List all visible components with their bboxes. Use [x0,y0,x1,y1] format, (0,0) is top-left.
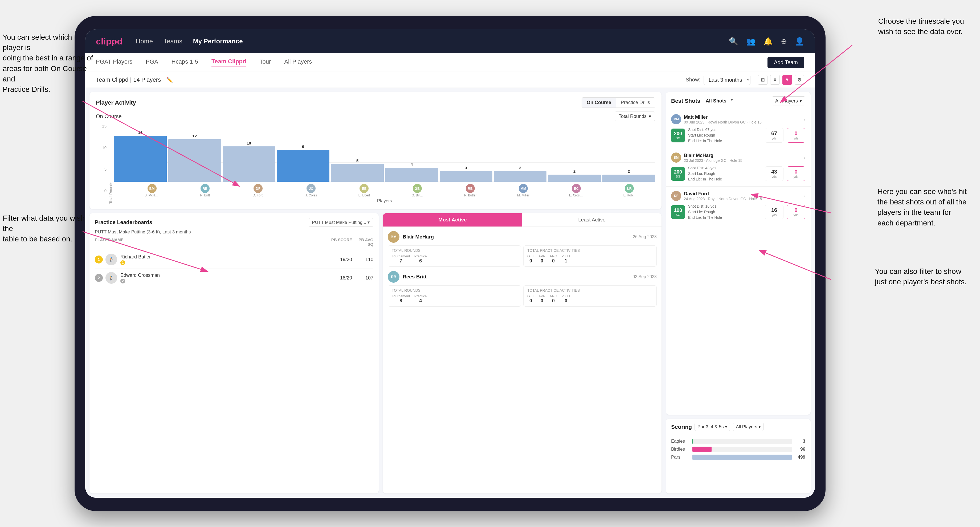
putt-value-1: 0 [562,298,570,304]
shot-stat1-unit-2: yds [772,213,777,217]
rank-badge-0: 1 [120,260,125,265]
sub-nav-tour[interactable]: Tour [259,58,271,67]
col-pb-score: PB SCORE [331,237,352,246]
heart-view-icon[interactable]: ♥ [783,75,792,85]
activity-stat-title-practice-0: Total Practice Activities [527,248,653,252]
search-icon[interactable]: 🔍 [729,37,738,46]
shot-start-lie-1: Start Lie: Rough [688,171,762,176]
practice-player-name-0: Richard Butler [120,254,331,260]
scoring-filter-players[interactable]: All Players ▾ [733,423,764,431]
practice-label-1: Practice [414,294,427,298]
col-player-name: PLAYER NAME [95,237,331,246]
tournament-label-1: Tournament [392,294,410,298]
practice-title: Practice Leaderboards [95,219,152,225]
bar-group-4: 5 [331,124,384,182]
nav-right: 🔍 👥 🔔 ⊕ 👤 [729,37,804,46]
total-rounds-filter[interactable]: Total Rounds ▾ [615,111,655,121]
practice-filter[interactable]: PUTT Must Make Putting... ▾ [309,218,374,227]
sub-nav-pga[interactable]: PGA [146,58,158,67]
sub-nav-all-players[interactable]: All Players [284,58,312,67]
activity-name-0: Blair McHarg [402,234,434,240]
app-0: APP 0 [538,254,546,264]
add-circle-icon[interactable]: ⊕ [781,37,787,46]
all-players-filter[interactable]: All Players ▾ [772,96,805,105]
shot-chevron-2[interactable]: › [803,193,805,199]
annotation-left-top: You can select which player isdoing the … [3,32,93,94]
shot-chevron-0[interactable]: › [803,116,805,122]
shot-metrics-0: 200 SG Shot Dist: 67 yds Start Lie: Roug… [671,127,805,144]
shots-tab-arrow: ▾ [731,97,733,105]
team-title: Team Clippd | 14 Players [96,76,161,83]
chevron-down-icon-practice: ▾ [368,220,370,225]
shot-chevron-1[interactable]: › [803,155,805,161]
nav-my-performance[interactable]: My Performance [193,38,243,45]
bar-5 [385,168,438,182]
bar-group-7: 3 [494,124,547,182]
activity-stat-row-practice-1: GTT 0 APP 0 [527,294,653,304]
list-view-icon[interactable]: ≡ [770,75,780,85]
player-activity-title: Player Activity [96,99,136,106]
y-axis: 15 10 5 0 [96,124,107,204]
practice-pb-0: 19/20 [331,257,352,262]
activity-stat-row-rounds-0: Tournament 7 Practice 6 [392,254,517,264]
shot-badge-sub-1: SG [676,175,680,178]
tablet-screen: clippd Home Teams My Performance 🔍 👥 🔔 ⊕… [85,29,815,498]
shot-entry-1: BM Blair McHarg 23 Jul 2023 · Aldridge G… [666,148,811,187]
practice-rank-1: 2 [95,274,103,282]
bar-value-0: 13 [138,130,143,135]
shot-stat2-unit-0: yds [794,137,799,140]
shot-avatar-1: BM [671,152,681,163]
tournament-value-0: 7 [392,258,410,264]
sub-nav-hcaps[interactable]: Hcaps 1-5 [172,58,198,67]
bell-icon[interactable]: 🔔 [764,37,773,46]
app-label-1: APP [538,294,546,298]
shot-details-0: Shot Dist: 67 yds Start Lie: Rough End L… [688,127,762,144]
show-select[interactable]: Last 3 months Last month Last 6 months L… [703,75,751,85]
shot-stat1-value-2: 16 [771,207,777,213]
player-activity-card: Player Activity On Course Practice Drill… [89,92,662,209]
bar-group-6: 3 [440,124,492,182]
most-active-body: BM Blair McHarg 26 Aug 2023 Total Rounds [383,227,662,315]
tournament-label-0: Tournament [392,254,410,258]
practice-drills-toggle[interactable]: Practice Drills [616,98,655,108]
activity-date-0: 26 Aug 2023 [633,235,657,239]
rank-badge-1: 2 [120,279,125,284]
chevron-down-icon: ▾ [649,113,651,119]
practice-subtitle: PUTT Must Make Putting (3-6 ft), Last 3 … [95,229,373,235]
team-header: Team Clippd | 14 Players ✏️ Show: Last 3… [85,72,815,88]
sub-nav-pgat[interactable]: PGAT Players [96,58,132,67]
shot-badge-value-2: 198 [674,208,682,213]
putt-0: PUTT 1 [562,254,570,264]
bar-group-5: 4 [385,124,438,182]
annotation-bottom-right-2: You can also filter to showjust one play… [875,266,967,287]
shot-player-info-0: Matt Miller 09 Jun 2023 · Royal North De… [684,114,762,124]
users-icon[interactable]: 👥 [746,37,756,46]
practice-value-1: 4 [414,298,427,304]
activity-avatar-0: BM [388,231,399,243]
nav-home[interactable]: Home [136,38,153,45]
grid-view-icon[interactable]: ⊞ [758,75,767,85]
annotation-left-bottom-text: Filter what data you wish thetable to be… [3,214,85,243]
settings-view-icon[interactable]: ⚙ [795,75,804,85]
practice-label-0: Practice [414,254,427,258]
bar-1 [168,139,221,182]
sub-nav-team-clippd[interactable]: Team Clippd [212,58,246,67]
on-course-toggle[interactable]: On Course [582,98,616,108]
tab-least-active[interactable]: Least Active [522,213,662,227]
gtt-label-1: GTT [527,294,534,298]
practice-player-info-1: Edward Crossman 2 [120,273,331,284]
practice-filter-label: PUTT Must Make Putting... [312,220,366,225]
scoring-count-eagles: 3 [795,439,805,444]
add-team-button[interactable]: Add Team [767,57,804,68]
tab-all-shots[interactable]: All Shots [703,97,729,105]
bar-group-0: 13 [114,124,167,182]
scoring-bar-wrap-eagles [692,439,792,444]
bar-avatars: BM B. McHarg RB R. Britt DF [114,184,655,197]
profile-icon[interactable]: 👤 [795,37,804,46]
scoring-filter-par[interactable]: Par 3, 4 & 5s ▾ [695,423,730,431]
arg-value-0: 0 [550,258,557,264]
scoring-label-pars: Pars [671,455,690,460]
nav-teams[interactable]: Teams [164,38,182,45]
edit-icon[interactable]: ✏️ [166,77,173,83]
tab-most-active[interactable]: Most Active [383,213,522,227]
